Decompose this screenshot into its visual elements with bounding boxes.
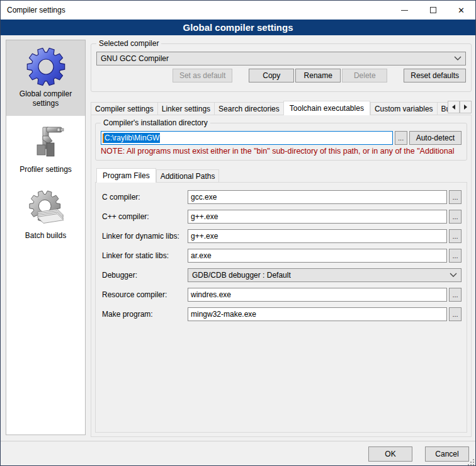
field-label: Linker for static libs: [102,251,186,260]
field-label: Resource compiler: [102,290,186,299]
debugger-select-value: GDB/CDB debugger : Default [192,271,291,280]
tab-scrollers [448,101,472,113]
maximize-icon [430,7,436,13]
browse-cpp-compiler-button[interactable]: ... [449,210,462,224]
sidebar-item-profiler-settings[interactable]: Profiler settings [6,116,85,182]
program-files-panel: C compiler: ... C++ compiler: ... Linker… [95,182,467,433]
reset-defaults-button[interactable]: Reset defaults [404,69,466,82]
field-row-resource-compiler: Resource compiler: ... [102,288,462,302]
installation-directory-value: C:\raylib\MinGW [104,133,160,143]
make-program-input[interactable] [188,307,447,321]
linker-dynamic-input[interactable] [188,229,447,243]
ok-button[interactable]: OK [368,446,412,462]
field-label: Make program: [102,310,186,319]
set-as-default-button[interactable]: Set as default [173,69,232,82]
browse-make-program-button[interactable]: ... [449,307,462,321]
installation-directory-group-label: Compiler's installation directory [101,118,210,127]
rename-button[interactable]: Rename [295,69,341,82]
close-icon: ✕ [458,6,465,14]
close-button[interactable]: ✕ [447,1,475,20]
resize-grip[interactable] [468,459,474,465]
sidebar-item-label: Global compiler settings [9,89,82,108]
tab-custom-variables[interactable]: Custom variables [370,102,437,115]
caliper-icon [26,122,66,162]
debugger-select[interactable]: GDB/CDB debugger : Default [188,268,462,282]
window-title: Compiler settings [1,6,390,14]
sidebar-item-global-compiler-settings[interactable]: Global compiler settings [6,40,85,116]
minimize-icon [401,10,408,11]
gray-gear-stack-icon [26,188,66,229]
program-files-tabstrip: Program Files Additional Paths [96,168,471,183]
browse-linker-dynamic-button[interactable]: ... [449,229,462,243]
tab-program-files[interactable]: Program Files [96,168,156,183]
tab-compiler-settings[interactable]: Compiler settings [91,102,157,115]
field-label: Linker for dynamic libs: [102,232,186,241]
tab-scroll-right-button[interactable] [460,101,472,113]
compiler-select[interactable]: GNU GCC Compiler [96,52,466,65]
field-label: Debugger: [102,271,186,280]
compiler-select-value: GNU GCC Compiler [101,54,169,63]
cpp-compiler-input[interactable] [188,210,447,224]
selected-compiler-group-label: Selected compiler [96,39,161,48]
sidebar-item-label: Batch builds [9,231,82,241]
settings-category-list: Global compiler settings [6,40,86,435]
field-row-debugger: Debugger: GDB/CDB debugger : Default [102,268,462,282]
field-label: C compiler: [102,193,186,202]
linker-static-input[interactable] [188,249,447,263]
tab-build-options[interactable]: Build [437,102,448,115]
field-label: C++ compiler: [102,212,186,221]
tab-additional-paths[interactable]: Additional Paths [156,169,220,183]
chevron-down-icon [454,56,462,61]
minimize-button[interactable] [390,1,419,20]
toolchain-executables-panel: Compiler's installation directory C:\ray… [91,115,472,437]
browse-c-compiler-button[interactable]: ... [449,190,462,204]
resource-compiler-input[interactable] [188,288,447,302]
settings-tabstrip: Compiler settings Linker settings Search… [91,101,472,115]
field-row-linker-dynamic: Linker for dynamic libs: ... [102,229,462,243]
field-row-make-program: Make program: ... [102,307,462,321]
arrow-left-icon [452,105,455,110]
dialog-footer: OK Cancel [1,441,475,466]
main-panel: Selected compiler GNU GCC Compiler Set a… [91,39,472,437]
chevron-down-icon [450,273,457,278]
sidebar-item-batch-builds[interactable]: Batch builds [6,182,85,248]
title-bar: Compiler settings ✕ [1,1,475,20]
sidebar-item-label: Profiler settings [9,165,82,174]
page-title: Global compiler settings [1,20,475,35]
installation-directory-row: C:\raylib\MinGW ... Auto-detect [101,131,462,145]
selected-compiler-group: Selected compiler GNU GCC Compiler Set a… [91,43,472,92]
tab-scroll-left-button[interactable] [448,101,460,113]
dialog-body: Global compiler settings [1,35,475,441]
blue-gear-icon [26,47,66,87]
arrow-right-icon [464,105,467,110]
delete-button[interactable]: Delete [342,69,387,82]
field-row-c-compiler: C compiler: ... [102,190,462,204]
installation-directory-group: Compiler's installation directory C:\ray… [95,123,467,161]
auto-detect-button[interactable]: Auto-detect [409,131,462,145]
caption-buttons: ✕ [390,1,475,20]
maximize-button[interactable] [419,1,447,20]
tab-search-directories[interactable]: Search directories [214,102,283,115]
c-compiler-input[interactable] [188,190,447,204]
installation-directory-input[interactable]: C:\raylib\MinGW [101,131,393,145]
cancel-button[interactable]: Cancel [425,446,469,462]
compiler-buttons-row: Set as default Copy Rename Delete Reset … [96,69,466,82]
field-row-linker-static: Linker for static libs: ... [102,249,462,263]
browse-resource-compiler-button[interactable]: ... [449,288,462,302]
field-row-cpp-compiler: C++ compiler: ... [102,210,462,224]
tab-toolchain-executables[interactable]: Toolchain executables [283,101,370,115]
copy-button[interactable]: Copy [249,69,294,82]
tab-linker-settings[interactable]: Linker settings [157,102,214,115]
compiler-settings-dialog: Compiler settings ✕ Global compiler sett… [0,0,476,466]
browse-directory-button[interactable]: ... [395,131,407,145]
bin-subdirectory-note: NOTE: All programs must exist either in … [101,147,462,156]
browse-linker-static-button[interactable]: ... [449,249,462,263]
